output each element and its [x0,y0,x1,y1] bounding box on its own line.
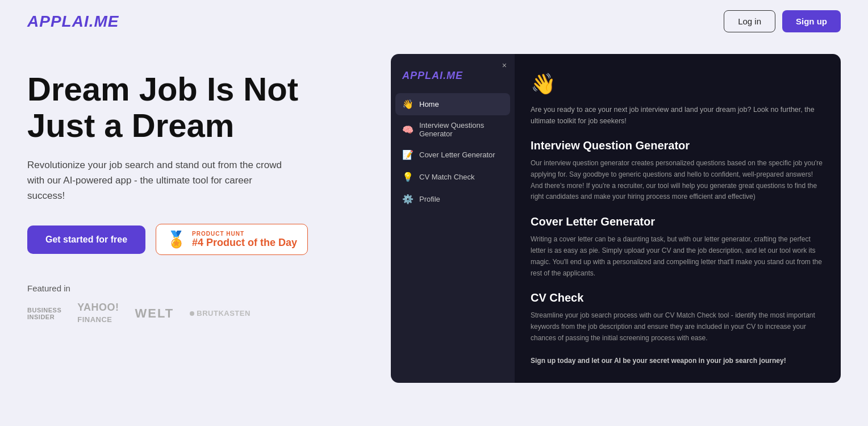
hero-cta: Get started for free 🏅 PRODUCT HUNT #4 P… [27,224,368,255]
close-icon[interactable]: × [502,61,507,70]
header: APPLAI.ME Log in Sign up [0,0,868,43]
content-panel: 👋 Are you ready to ace your next job int… [515,54,841,383]
coverletter-icon: 📝 [402,149,414,160]
main-layout: Dream Job Is Not Just a Dream Revolution… [0,43,868,383]
hero-section: Dream Job Is Not Just a Dream Revolution… [27,60,368,325]
nav-label-coverletter: Cover Letter Generator [419,151,495,159]
section-body-interview: Our interview question generator creates… [531,158,825,203]
get-started-button[interactable]: Get started for free [27,225,145,254]
content-intro: Are you ready to ace your next job inter… [531,104,825,127]
header-buttons: Log in Sign up [724,10,841,32]
cvcheck-icon: 💡 [402,172,414,182]
section-title-coverletter: Cover Letter Generator [531,215,825,228]
profile-icon: ⚙️ [402,194,414,204]
app-logo: APPLAI.ME [391,65,515,93]
section-title-cvcheck: CV Check [531,291,825,304]
logo-brutkasten: brutkasten [190,310,251,318]
section-body-coverletter: Writing a cover letter can be a daunting… [531,234,825,279]
logo-yahoo: yahoo!finance [77,302,119,325]
featured-logos: BUSINESSINSIDER yahoo!finance WELT brutk… [27,302,368,325]
medal-icon: 🏅 [166,230,186,249]
nav-label-cvcheck: CV Match Check [419,173,475,181]
content-footer: Sign up today and let our AI be your sec… [531,357,825,365]
nav-item-interview[interactable]: 🧠 Interview Questions Generator [391,115,515,144]
section-title-interview: Interview Question Generator [531,139,825,152]
featured-label: Featured in [27,283,368,293]
signup-button[interactable]: Sign up [782,10,841,32]
nav-item-profile[interactable]: ⚙️ Profile [391,188,515,210]
product-hunt-badge[interactable]: 🏅 PRODUCT HUNT #4 Product of the Day [156,224,308,255]
interview-icon: 🧠 [402,124,414,135]
section-body-cvcheck: Streamline your job search process with … [531,310,825,344]
nav-item-home[interactable]: 👋 Home [395,93,510,115]
nav-label-home: Home [419,100,439,108]
hero-title: Dream Job Is Not Just a Dream [27,71,368,144]
app-sidebar: × APPLAI.ME 👋 Home 🧠 Interview Questions… [391,54,515,383]
nav-item-coverletter[interactable]: 📝 Cover Letter Generator [391,144,515,166]
nav-item-cvcheck[interactable]: 💡 CV Match Check [391,166,515,188]
logo-welt: WELT [135,307,174,320]
app-preview: × APPLAI.ME 👋 Home 🧠 Interview Questions… [391,54,841,383]
nav-label-interview: Interview Questions Generator [419,121,503,138]
wave-icon: 👋 [531,72,825,96]
home-icon: 👋 [402,99,414,110]
logo-business-insider: BUSINESSINSIDER [27,307,61,320]
hero-subtitle: Revolutionize your job search and stand … [27,157,289,204]
login-button[interactable]: Log in [724,10,775,32]
ph-text: PRODUCT HUNT #4 Product of the Day [192,231,297,249]
nav-label-profile: Profile [419,195,440,203]
logo: APPLAI.ME [27,12,119,31]
